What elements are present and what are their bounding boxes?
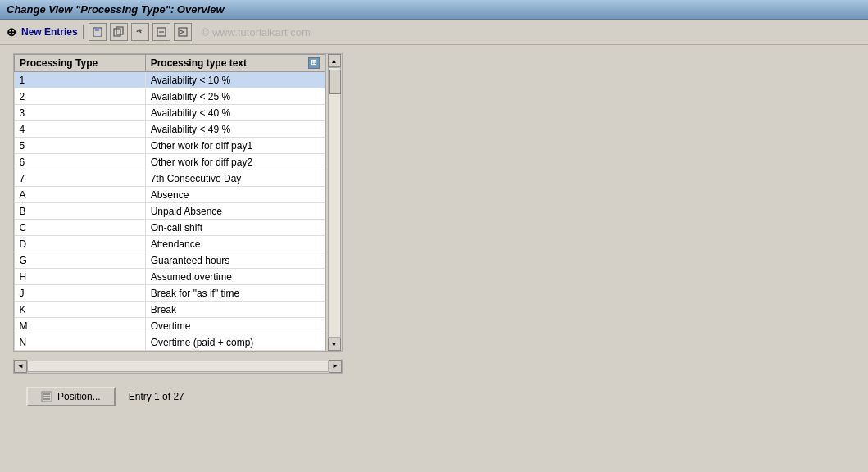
cell-type: 6 bbox=[15, 154, 146, 170]
svg-rect-2 bbox=[94, 33, 101, 36]
cell-text: Absence bbox=[145, 187, 325, 203]
table-row[interactable]: 3Availability < 40 % bbox=[15, 105, 325, 121]
content-area: Processing Type Processing type text ⊞ 1… bbox=[0, 45, 868, 472]
new-entries-label[interactable]: New Entries bbox=[21, 26, 78, 38]
cell-type: G bbox=[15, 252, 146, 269]
svg-rect-3 bbox=[114, 29, 120, 36]
table-row[interactable]: AAbsence bbox=[15, 187, 325, 203]
table-row[interactable]: 6Other work for diff pay2 bbox=[15, 154, 325, 170]
cell-type: 3 bbox=[15, 105, 146, 121]
table-row[interactable]: 2Availability < 25 % bbox=[15, 88, 325, 105]
toolbar-btn-undo[interactable] bbox=[131, 23, 149, 41]
cell-type: C bbox=[15, 220, 146, 236]
col-header-type: Processing Type bbox=[15, 55, 146, 72]
svg-rect-1 bbox=[95, 28, 99, 31]
cell-text: Overtime bbox=[145, 318, 325, 334]
scroll-track[interactable] bbox=[328, 67, 341, 338]
scroll-left-btn[interactable]: ◄ bbox=[14, 360, 27, 373]
header-resize-icon[interactable]: ⊞ bbox=[308, 57, 320, 69]
table-row[interactable]: DAttendance bbox=[15, 236, 325, 252]
cell-text: Availability < 49 % bbox=[145, 121, 325, 138]
table-row[interactable]: 1Availability < 10 % bbox=[15, 72, 325, 88]
cell-text: Other work for diff pay2 bbox=[145, 154, 325, 170]
separator-1 bbox=[83, 25, 84, 39]
toolbar-btn-save[interactable] bbox=[89, 23, 107, 41]
toolbar-icon-new: ⊕ bbox=[7, 25, 16, 39]
cell-text: On-call shift bbox=[145, 220, 325, 236]
table-row[interactable]: 77th Consecutive Day bbox=[15, 170, 325, 187]
table-row[interactable]: MOvertime bbox=[15, 318, 325, 334]
cell-text: Availability < 10 % bbox=[145, 72, 325, 88]
cell-type: N bbox=[15, 334, 146, 351]
main-table-area: Processing Type Processing type text ⊞ 1… bbox=[14, 54, 325, 351]
cell-type: D bbox=[15, 236, 146, 252]
title-bar: Change View "Processing Type": Overview bbox=[0, 0, 868, 20]
table-row[interactable]: GGuaranteed hours bbox=[15, 252, 325, 269]
table-row[interactable]: KBreak bbox=[15, 302, 325, 318]
cell-type: H bbox=[15, 269, 146, 285]
cell-type: B bbox=[15, 203, 146, 220]
table-row[interactable]: 4Availability < 49 % bbox=[15, 121, 325, 138]
table-row[interactable]: COn-call shift bbox=[15, 220, 325, 236]
toolbar-btn-copy[interactable] bbox=[110, 23, 128, 41]
table-row[interactable]: NOvertime (paid + comp) bbox=[15, 334, 325, 351]
cell-type: A bbox=[15, 187, 146, 203]
bottom-bar: Position... Entry 1 of 27 bbox=[13, 382, 855, 411]
toolbar-btn-next[interactable] bbox=[174, 23, 192, 41]
position-button[interactable]: Position... bbox=[26, 387, 116, 406]
cell-type: 1 bbox=[15, 72, 146, 88]
table-row[interactable]: 5Other work for diff pay1 bbox=[15, 138, 325, 154]
table-row[interactable]: BUnpaid Absence bbox=[15, 203, 325, 220]
main-window: Change View "Processing Type": Overview … bbox=[0, 0, 868, 472]
cell-text: Break bbox=[145, 302, 325, 318]
cell-text: Overtime (paid + comp) bbox=[145, 334, 325, 351]
cell-type: K bbox=[15, 302, 146, 318]
svg-rect-4 bbox=[116, 27, 123, 34]
data-table: Processing Type Processing type text ⊞ 1… bbox=[14, 54, 325, 351]
position-button-label: Position... bbox=[57, 391, 101, 402]
table-row[interactable]: JBreak for "as if" time bbox=[15, 285, 325, 302]
cell-text: Guaranteed hours bbox=[145, 252, 325, 269]
cell-type: 4 bbox=[15, 121, 146, 138]
toolbar: ⊕ New Entries © www.tutorialkart.com bbox=[0, 20, 868, 45]
table-row[interactable]: HAssumed overtime bbox=[15, 269, 325, 285]
horizontal-scrollbar[interactable]: ◄ ► bbox=[13, 359, 343, 374]
cell-text: Availability < 25 % bbox=[145, 88, 325, 105]
cell-text: Assumed overtime bbox=[145, 269, 325, 285]
cell-text: Attendance bbox=[145, 236, 325, 252]
window-title: Change View "Processing Type": Overview bbox=[7, 3, 225, 16]
cell-type: J bbox=[15, 285, 146, 302]
cell-text: Unpaid Absence bbox=[145, 203, 325, 220]
cell-text: Availability < 40 % bbox=[145, 105, 325, 121]
cell-type: M bbox=[15, 318, 146, 334]
table-container: Processing Type Processing type text ⊞ 1… bbox=[13, 53, 343, 352]
scroll-down-btn[interactable]: ▼ bbox=[328, 338, 341, 351]
col-header-text: Processing type text ⊞ bbox=[145, 55, 325, 72]
vertical-scrollbar[interactable]: ▲ ▼ bbox=[325, 54, 342, 351]
watermark: © www.tutorialkart.com bbox=[202, 26, 311, 39]
cell-type: 7 bbox=[15, 170, 146, 187]
toolbar-btn-prev[interactable] bbox=[152, 23, 170, 41]
scroll-thumb[interactable] bbox=[329, 70, 341, 94]
cell-text: 7th Consecutive Day bbox=[145, 170, 325, 187]
entry-info: Entry 1 of 27 bbox=[129, 391, 184, 402]
horiz-scroll-track[interactable] bbox=[27, 361, 329, 372]
cell-text: Other work for diff pay1 bbox=[145, 138, 325, 154]
scroll-up-btn[interactable]: ▲ bbox=[328, 54, 341, 67]
scroll-right-btn[interactable]: ► bbox=[329, 360, 342, 373]
cell-text: Break for "as if" time bbox=[145, 285, 325, 302]
cell-type: 2 bbox=[15, 88, 146, 105]
cell-type: 5 bbox=[15, 138, 146, 154]
